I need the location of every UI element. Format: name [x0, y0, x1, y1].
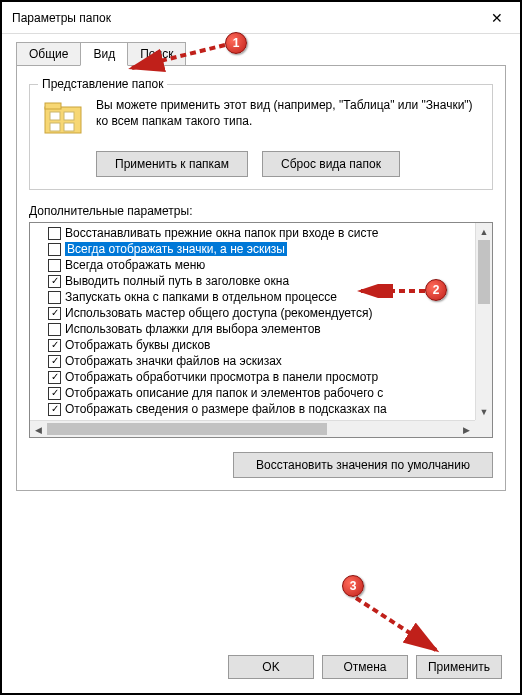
checkbox[interactable]: [48, 243, 61, 256]
scroll-up-icon[interactable]: ▲: [476, 223, 492, 240]
callout-1: 1: [225, 32, 247, 54]
folder-views-group: Представление папок Вы можете применить …: [29, 84, 493, 190]
tab-strip: Общие Вид Поиск: [16, 42, 506, 66]
list-item[interactable]: ✓Выводить полный путь в заголовке окна: [30, 273, 492, 289]
svg-rect-3: [64, 112, 74, 120]
checkbox[interactable]: ✓: [48, 371, 61, 384]
list-item-label: Отображать обработчики просмотра в панел…: [65, 370, 378, 384]
folder-views-description: Вы можете применить этот вид (например, …: [96, 97, 480, 129]
svg-rect-4: [50, 123, 60, 131]
advanced-settings-list[interactable]: Восстанавливать прежние окна папок при в…: [29, 222, 493, 438]
list-item[interactable]: ✓Отображать обработчики просмотра в пане…: [30, 369, 492, 385]
list-item-label: Использовать мастер общего доступа (реко…: [65, 306, 372, 320]
list-item-label: Отображать описание для папок и элементо…: [65, 386, 383, 400]
checkbox[interactable]: [48, 291, 61, 304]
list-item-label: Запускать окна с папками в отдельном про…: [65, 290, 337, 304]
list-item-label: Всегда отображать меню: [65, 258, 205, 272]
list-item[interactable]: ✓Отображать значки файлов на эскизах: [30, 353, 492, 369]
list-item-label: Восстанавливать прежние окна папок при в…: [65, 226, 378, 240]
list-item[interactable]: ✓Отображать сведения о размере файлов в …: [30, 401, 492, 417]
titlebar: Параметры папок ✕: [2, 2, 520, 34]
scroll-corner: [475, 420, 492, 437]
checkbox[interactable]: ✓: [48, 339, 61, 352]
svg-rect-2: [50, 112, 60, 120]
window-title: Параметры папок: [12, 11, 111, 25]
scroll-down-icon[interactable]: ▼: [476, 403, 492, 420]
vertical-scrollbar[interactable]: ▲ ▼: [475, 223, 492, 420]
checkbox[interactable]: [48, 227, 61, 240]
callout-3: 3: [342, 575, 364, 597]
list-item-label: Отображать сведения о размере файлов в п…: [65, 402, 387, 416]
checkbox[interactable]: [48, 323, 61, 336]
svg-line-8: [356, 598, 436, 650]
checkbox[interactable]: ✓: [48, 403, 61, 416]
advanced-settings-label: Дополнительные параметры:: [29, 204, 493, 218]
close-button[interactable]: ✕: [474, 2, 520, 34]
apply-button[interactable]: Применить: [416, 655, 502, 679]
tab-general[interactable]: Общие: [16, 42, 81, 66]
list-item[interactable]: ✓Использовать мастер общего доступа (рек…: [30, 305, 492, 321]
checkbox[interactable]: ✓: [48, 387, 61, 400]
tab-panel-view: Представление папок Вы можете применить …: [16, 65, 506, 491]
cancel-button[interactable]: Отмена: [322, 655, 408, 679]
list-item[interactable]: Использовать флажки для выбора элементов: [30, 321, 492, 337]
apply-to-folders-button[interactable]: Применить к папкам: [96, 151, 248, 177]
tab-view[interactable]: Вид: [80, 42, 128, 66]
list-item[interactable]: Всегда отображать меню: [30, 257, 492, 273]
list-item-label: Отображать значки файлов на эскизах: [65, 354, 282, 368]
folder-icon: [42, 97, 84, 139]
svg-rect-5: [64, 123, 74, 131]
vertical-scroll-thumb[interactable]: [478, 240, 490, 304]
dialog-button-row: OK Отмена Применить: [228, 655, 502, 679]
callout-2: 2: [425, 279, 447, 301]
list-item-label: Выводить полный путь в заголовке окна: [65, 274, 289, 288]
checkbox[interactable]: [48, 259, 61, 272]
list-item-label: Использовать флажки для выбора элементов: [65, 322, 321, 336]
scroll-left-icon[interactable]: ◀: [30, 421, 47, 438]
svg-rect-1: [45, 103, 61, 109]
list-item[interactable]: Запускать окна с папками в отдельном про…: [30, 289, 492, 305]
horizontal-scroll-thumb[interactable]: [47, 423, 327, 435]
restore-defaults-button[interactable]: Восстановить значения по умолчанию: [233, 452, 493, 478]
checkbox[interactable]: ✓: [48, 275, 61, 288]
list-item[interactable]: ✓Отображать описание для папок и элемент…: [30, 385, 492, 401]
checkbox[interactable]: ✓: [48, 307, 61, 320]
close-icon: ✕: [491, 10, 503, 26]
list-item[interactable]: Всегда отображать значки, а не эскизы: [30, 241, 492, 257]
ok-button[interactable]: OK: [228, 655, 314, 679]
reset-folders-button[interactable]: Сброс вида папок: [262, 151, 400, 177]
horizontal-scrollbar[interactable]: ◀ ▶: [30, 420, 475, 437]
list-item[interactable]: Восстанавливать прежние окна папок при в…: [30, 225, 492, 241]
checkbox[interactable]: ✓: [48, 355, 61, 368]
scroll-right-icon[interactable]: ▶: [458, 421, 475, 438]
tab-search[interactable]: Поиск: [127, 42, 186, 66]
list-item-label: Отображать буквы дисков: [65, 338, 210, 352]
list-item-label: Всегда отображать значки, а не эскизы: [65, 242, 287, 256]
list-item[interactable]: ✓Отображать буквы дисков: [30, 337, 492, 353]
groupbox-title: Представление папок: [38, 77, 167, 91]
